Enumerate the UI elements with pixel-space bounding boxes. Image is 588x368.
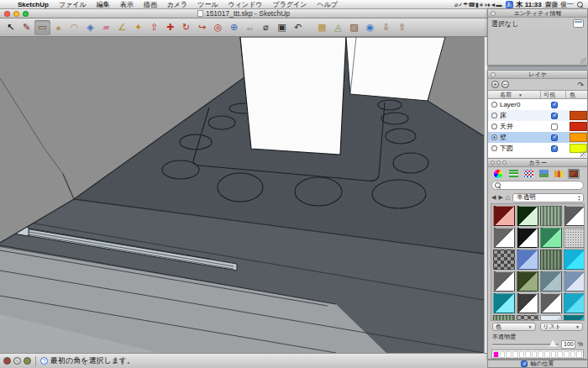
menu-item-カメラ[interactable]: カメラ	[162, 1, 193, 8]
texture-swatch[interactable]	[517, 206, 538, 226]
select-tool[interactable]: ↖	[3, 20, 18, 35]
recent-color-cell[interactable]	[570, 351, 576, 358]
texture-swatch[interactable]	[493, 206, 515, 226]
home-icon[interactable]: ⌂	[506, 193, 510, 202]
layer-menu-button[interactable]: ↷	[577, 81, 584, 89]
menu-item-ファイル[interactable]: ファイル	[54, 1, 92, 8]
colors-header[interactable]: カラー	[488, 159, 587, 167]
texture-swatch[interactable]	[517, 250, 538, 270]
layer-color-swatch[interactable]	[570, 100, 587, 109]
arc-tool[interactable]: ◠	[66, 20, 82, 35]
layer-row[interactable]: 壁	[488, 132, 587, 143]
recent-color-cell[interactable]	[506, 351, 512, 358]
add-layer-button[interactable]: +	[491, 81, 499, 88]
menu-item-ヘルプ[interactable]: ヘルプ	[312, 1, 343, 8]
circle-tool[interactable]: ●	[50, 20, 66, 35]
credit-status-icon[interactable]	[24, 357, 31, 365]
collection-select[interactable]: 半透明 ▲▼	[512, 193, 584, 202]
texture-swatch[interactable]	[540, 206, 562, 226]
forward-button[interactable]: ▶	[498, 194, 502, 201]
menubar-status-icon[interactable]: ☎	[468, 2, 475, 8]
layer-visible-checkbox[interactable]	[551, 102, 558, 108]
image-tab[interactable]	[538, 169, 549, 179]
texture-swatch[interactable]	[564, 271, 585, 292]
recent-color-cell[interactable]	[557, 351, 563, 358]
column-color[interactable]: 色	[565, 91, 587, 99]
panel-window-controls[interactable]	[491, 160, 507, 165]
menu-item-表示[interactable]: 表示	[115, 1, 139, 8]
layer-visible-checkbox[interactable]	[551, 134, 558, 141]
photo-textures-tool[interactable]: ▨	[346, 20, 362, 35]
texture-swatch[interactable]	[517, 293, 538, 313]
toggle-terrain-tool[interactable]: ◬	[330, 20, 346, 35]
pan-tool[interactable]: ⇔	[242, 20, 258, 35]
texture-swatch[interactable]	[564, 206, 585, 226]
orbit-tool[interactable]: ⊕	[226, 20, 242, 35]
offset-tool[interactable]: ◎	[210, 20, 226, 35]
texture-swatch[interactable]	[540, 250, 562, 270]
axes-position-checkbox[interactable]	[521, 360, 528, 367]
recent-color-cell[interactable]	[544, 351, 550, 358]
menubar-status-icon[interactable]: ◄	[491, 2, 496, 8]
recent-color-cell[interactable]	[500, 351, 506, 358]
entity-info-header[interactable]: エンティティ情報	[488, 9, 587, 18]
texture-swatch[interactable]	[493, 250, 515, 270]
recent-color-cell[interactable]	[532, 351, 538, 358]
layer-color-swatch[interactable]	[570, 111, 587, 120]
previous-view-tool[interactable]: ↶	[290, 20, 306, 35]
minimize-window-button[interactable]	[13, 11, 19, 17]
layers-column-headers[interactable]: 名前▼ 可視 色	[488, 90, 587, 99]
get-models-tool[interactable]: ⇩	[378, 20, 394, 35]
follow-me-tool[interactable]: ↪	[194, 20, 210, 35]
model-canvas[interactable]	[0, 37, 484, 353]
layer-color-swatch[interactable]	[570, 133, 587, 142]
geolocation-status-icon[interactable]	[3, 357, 11, 365]
zoom-tool[interactable]: ⌀	[258, 20, 274, 35]
menu-item-編集[interactable]: 編集	[92, 1, 115, 8]
texture-swatch[interactable]	[540, 228, 562, 248]
spotlight-icon[interactable]	[577, 2, 583, 8]
model-viewport[interactable]	[0, 37, 487, 353]
menu-item-SketchUp[interactable]: SketchUp	[13, 1, 54, 8]
tape-measure-tool[interactable]: ∠	[114, 20, 130, 35]
column-name[interactable]: 名前	[500, 91, 512, 99]
texture-swatch[interactable]	[517, 271, 538, 292]
texture-swatch-list[interactable]	[491, 203, 585, 321]
panel-close-button[interactable]	[491, 72, 496, 77]
menu-item-ウィンドウ[interactable]: ウィンドウ	[223, 1, 268, 8]
crayons-tab[interactable]	[553, 169, 564, 179]
texture-swatch[interactable]	[493, 271, 515, 292]
color-wheel-tab[interactable]	[492, 169, 504, 179]
share-model-tool[interactable]: ⇧	[394, 20, 410, 35]
texture-swatch[interactable]	[493, 315, 515, 321]
panel-close-button[interactable]	[491, 11, 496, 16]
title-bar[interactable]: 151017_ttt.skp - SketchUp	[0, 9, 487, 18]
layer-color-swatch[interactable]	[570, 122, 587, 131]
texture-swatch[interactable]	[493, 293, 515, 313]
layer-row[interactable]: 下図	[488, 143, 587, 154]
recent-color-cell[interactable]	[576, 351, 582, 358]
texture-swatch[interactable]	[540, 315, 562, 321]
recent-color-cell[interactable]	[564, 351, 570, 358]
push-pull-tool[interactable]: ⇧	[146, 20, 162, 35]
texture-swatch[interactable]	[564, 228, 585, 248]
opacity-slider-thumb[interactable]	[549, 340, 557, 347]
google-earth-tool[interactable]: ◉	[362, 20, 378, 35]
sliders-tab[interactable]	[507, 169, 519, 179]
layer-visible-checkbox[interactable]	[551, 113, 558, 119]
list-dropdown[interactable]: リスト▼	[540, 323, 584, 331]
stepper-icon[interactable]: ▲▼	[576, 195, 582, 202]
menubar-status-icon[interactable]: ▬	[496, 2, 502, 8]
recent-color-cell[interactable]	[525, 351, 531, 358]
layer-row[interactable]: Layer0	[488, 99, 587, 110]
menu-item-描画[interactable]: 描画	[139, 1, 162, 8]
layer-row[interactable]: 床	[488, 110, 587, 121]
close-window-button[interactable]	[4, 11, 10, 17]
texture-swatch[interactable]	[564, 293, 585, 313]
layer-row[interactable]: 天井	[488, 121, 587, 132]
opacity-value-field[interactable]: 100	[561, 340, 575, 349]
menubar-clock[interactable]: 木 11:33	[517, 0, 542, 9]
texture-swatch[interactable]	[540, 293, 562, 313]
recent-color-cell[interactable]	[493, 351, 499, 358]
zoom-window-button[interactable]	[23, 11, 29, 17]
